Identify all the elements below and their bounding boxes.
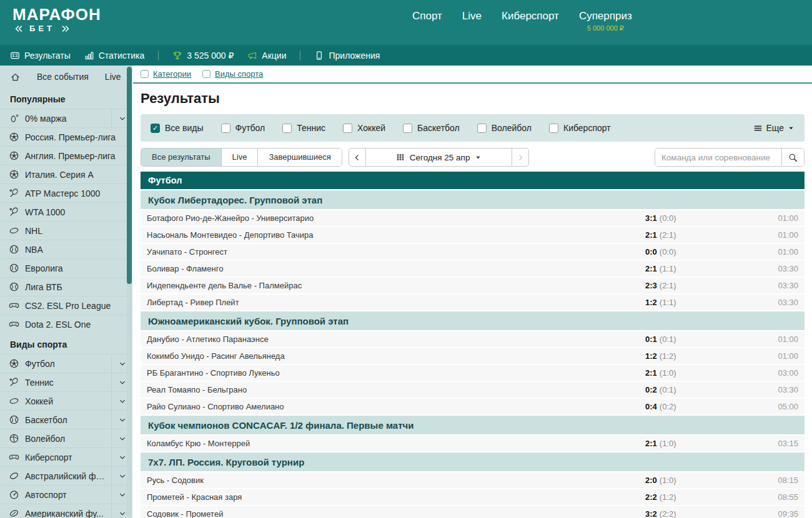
match-row[interactable]: РБ Брагантино - Спортиво Лукеньо2:1(1:0)… — [141, 365, 805, 381]
sidebar-item[interactable]: Евролига — [0, 258, 132, 277]
sidebar-all-events-link[interactable]: Все события — [37, 72, 89, 82]
checkbox[interactable] — [282, 124, 292, 133]
chevron-down-icon — [118, 397, 127, 406]
sidebar-item[interactable]: Австралийский фу... — [0, 466, 132, 485]
match-row[interactable]: Прометей - Красная заря2:2(1:2)08:55 — [141, 489, 805, 505]
sidebar-live-link[interactable]: Live — [105, 72, 121, 82]
sidebar-item[interactable]: WTA 1000 — [0, 202, 132, 221]
divider — [300, 51, 300, 61]
search-button[interactable] — [781, 149, 804, 166]
halftime-score: (2:2) — [660, 509, 676, 518]
sport-filter-checkbox[interactable]: Футбол — [221, 123, 265, 133]
sidebar-item[interactable]: Автоспорт — [0, 485, 132, 504]
match-row[interactable]: Коламбус Крю - Монтеррей2:1(1:0)03:15 — [141, 436, 805, 451]
subnav-label: Приложения — [329, 51, 380, 61]
filter-link[interactable]: Категории — [141, 69, 191, 79]
sidebar-item[interactable]: ATP Мастерс 1000 — [0, 183, 132, 202]
subnav-item[interactable]: Приложения — [314, 51, 380, 61]
match-row[interactable]: Реал Томаяпо - Бельграно0:2(0:1)03:30 — [141, 382, 805, 398]
more-button[interactable]: Еще — [753, 123, 795, 133]
sidebar-item[interactable]: NHL — [0, 221, 132, 240]
sidebar-item[interactable]: Баскетбол — [0, 410, 132, 429]
checkbox[interactable] — [549, 124, 558, 133]
sidebar-item-label: Италия. Серия А — [25, 170, 132, 180]
previous-day-button[interactable] — [349, 149, 366, 166]
date-picker-button[interactable]: Сегодня 25 апр — [366, 149, 512, 166]
match-row[interactable]: Кокимбо Унидо - Расинг Авельянеда1:2(1:2… — [141, 348, 805, 364]
competition-header[interactable]: Кубок чемпионов CONCACAF. 1/2 финала. Пе… — [141, 416, 805, 434]
subnav-item[interactable]: Статистика — [84, 51, 145, 61]
sidebar-scrollbar[interactable] — [127, 67, 132, 517]
sport-filter-checkbox[interactable]: Теннис — [282, 123, 325, 133]
match-row[interactable]: Либертад - Ривер Плейт1:2(1:1)03:30 — [141, 295, 805, 310]
sidebar-item[interactable]: Dota 2. ESL One — [0, 315, 132, 333]
competition-header[interactable]: 7х7. ЛП. Россия. Круговой турнир — [141, 452, 805, 471]
match-time: 01:00 — [730, 247, 798, 257]
sport-filter-checkbox[interactable]: Волейбол — [477, 123, 532, 133]
match-score: 2:1(1:1) — [645, 264, 730, 273]
sidebar-item[interactable]: Волейбол — [0, 429, 132, 447]
topnav-item[interactable]: Спорт — [412, 10, 442, 22]
tab-active[interactable]: Все результаты — [141, 149, 221, 166]
checkbox[interactable] — [141, 70, 149, 78]
match-row[interactable]: Насьональ Монтевидео - Депортиво Тачира2… — [141, 227, 805, 243]
marathonbet-logo[interactable]: МАРАФОН БЕТ — [12, 6, 101, 33]
sport-filter-checkbox[interactable]: Киберспорт — [549, 123, 611, 133]
match-score: 0:0(0:0) — [645, 247, 730, 257]
subnav-item[interactable]: Акции — [247, 51, 286, 61]
match-row[interactable]: Индепендьенте дель Валье - Палмейрас2:3(… — [141, 278, 805, 293]
filter-link[interactable]: Виды спорта — [202, 69, 263, 79]
match-row[interactable]: Русь - Содовик2:0(1:0)08:15 — [141, 472, 805, 488]
laurel-right-icon — [59, 25, 72, 32]
sidebar-item[interactable]: Американский фу... — [0, 504, 132, 518]
sport-section-header[interactable]: Футбол — [141, 172, 805, 189]
match-row[interactable]: Боливар - Фламенго2:1(1:1)03:30 — [141, 261, 805, 276]
next-day-button[interactable] — [512, 149, 528, 166]
checkbox[interactable]: ✓ — [151, 124, 160, 133]
checkbox[interactable] — [202, 70, 210, 78]
sidebar-item[interactable]: Хоккей — [0, 391, 132, 410]
checkbox[interactable] — [403, 124, 412, 133]
match-row[interactable]: Данубио - Атлетико Паранаэнсе0:1(0:1)01:… — [141, 331, 805, 347]
sidebar-item[interactable]: Теннис — [0, 373, 132, 391]
sport-filter-checkbox[interactable]: Баскетбол — [403, 123, 460, 133]
caret-down-icon — [788, 125, 795, 132]
subnav-item[interactable]: 3 525 000 ₽ — [172, 51, 234, 61]
match-row[interactable]: Ботафого Рио-де-Жанейро - Университарио3… — [141, 210, 805, 226]
match-row[interactable]: Содовик - Прометей3:2(2:2)09:35 — [141, 506, 805, 518]
topnav-item[interactable]: Суперприз5 000 000 ₽ — [579, 10, 632, 32]
checkbox[interactable] — [221, 124, 230, 133]
topnav-item[interactable]: Киберспорт — [502, 10, 559, 22]
tab-inactive[interactable]: Live — [221, 149, 258, 166]
subnav-item[interactable]: 1:1Результаты — [10, 51, 71, 61]
sidebar-item[interactable]: Киберспорт — [0, 447, 132, 466]
search-input[interactable] — [655, 149, 781, 166]
match-row[interactable]: Уачипато - Стронгест0:0(0:0)01:00 — [141, 244, 805, 260]
sidebar-item[interactable]: Россия. Премьер-лига — [0, 127, 132, 146]
sport-filter-checkbox[interactable]: ✓Все виды — [151, 123, 204, 133]
halftime-score: (1:0) — [660, 439, 676, 448]
checkbox[interactable] — [477, 124, 487, 133]
sport-filter-checkbox[interactable]: Хоккей — [343, 123, 385, 133]
topnav-item[interactable]: Live — [462, 10, 482, 22]
competition-header[interactable]: Кубок Либертадорес. Групповой этап — [141, 190, 805, 209]
tab-inactive[interactable]: Завершившиеся — [257, 149, 341, 166]
match-teams: Коламбус Крю - Монтеррей — [147, 439, 645, 448]
sidebar-item[interactable]: Лига ВТБ — [0, 277, 132, 296]
competition-header[interactable]: Южноамериканский кубок. Групповой этап — [141, 311, 805, 330]
sidebar-item[interactable]: Англия. Премьер-лига — [0, 146, 132, 165]
sidebar-item[interactable]: NBA — [0, 240, 132, 258]
checkbox[interactable] — [343, 124, 352, 133]
halftime-score: (0:0) — [660, 213, 676, 223]
sidebar-item[interactable]: Италия. Серия А — [0, 165, 132, 183]
sidebar-item[interactable]: CS2. ESL Pro League — [0, 296, 132, 315]
sidebar-item[interactable]: 0% маржа — [0, 109, 132, 127]
sidebar-item[interactable]: Футбол — [0, 354, 132, 373]
match-row[interactable]: Райо Сулиано - Спортиво Амелиано0:4(0:2)… — [141, 399, 805, 414]
divider — [158, 51, 159, 61]
app-window: МАРАФОН БЕТ СпортLiveКиберспортСуперприз… — [0, 0, 812, 518]
sidebar-scrollbar-thumb[interactable] — [127, 67, 132, 284]
topnav-label: Спорт — [412, 10, 442, 22]
home-icon[interactable] — [10, 72, 21, 82]
match-teams: Уачипато - Стронгест — [147, 247, 645, 257]
